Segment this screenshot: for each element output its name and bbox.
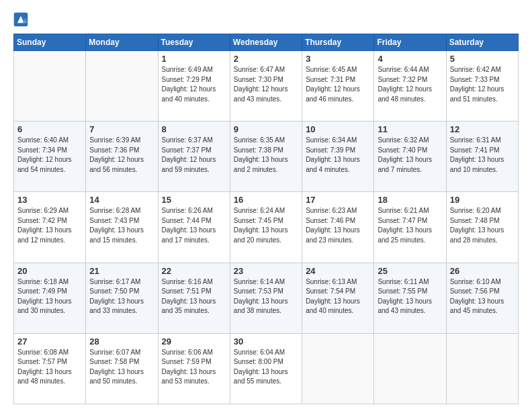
day-number: 3 [306, 54, 370, 64]
day-info: Sunrise: 6:13 AMSunset: 7:54 PMDaylight:… [306, 277, 370, 316]
calendar-table: SundayMondayTuesdayWednesdayThursdayFrid… [13, 34, 519, 404]
day-info: Sunrise: 6:24 AMSunset: 7:45 PMDaylight:… [234, 206, 298, 245]
day-number: 9 [234, 124, 298, 134]
calendar-cell: 3Sunrise: 6:45 AMSunset: 7:31 PMDaylight… [302, 51, 374, 122]
day-info: Sunrise: 6:40 AMSunset: 7:34 PMDaylight:… [17, 136, 82, 175]
calendar-cell: 1Sunrise: 6:49 AMSunset: 7:29 PMDaylight… [158, 51, 230, 122]
day-info: Sunrise: 6:07 AMSunset: 7:58 PMDaylight:… [89, 348, 154, 387]
day-number: 28 [89, 336, 154, 347]
calendar-cell: 19Sunrise: 6:20 AMSunset: 7:48 PMDayligh… [446, 192, 518, 263]
day-number: 14 [89, 195, 154, 205]
calendar-cell: 29Sunrise: 6:06 AMSunset: 7:59 PMDayligh… [158, 333, 230, 404]
day-info: Sunrise: 6:49 AMSunset: 7:29 PMDaylight:… [162, 65, 226, 104]
logo [13, 12, 31, 27]
day-info: Sunrise: 6:44 AMSunset: 7:32 PMDaylight:… [378, 65, 442, 104]
day-number: 8 [162, 124, 226, 134]
day-number: 7 [89, 124, 154, 134]
day-number: 24 [306, 266, 370, 276]
page: SundayMondayTuesdayWednesdayThursdayFrid… [0, 0, 532, 411]
day-info: Sunrise: 6:21 AMSunset: 7:47 PMDaylight:… [378, 206, 442, 245]
calendar-cell: 7Sunrise: 6:39 AMSunset: 7:36 PMDaylight… [86, 122, 158, 192]
day-info: Sunrise: 6:42 AMSunset: 7:33 PMDaylight:… [450, 65, 515, 104]
calendar-cell: 23Sunrise: 6:14 AMSunset: 7:53 PMDayligh… [230, 263, 302, 333]
calendar-cell [14, 51, 86, 122]
calendar-cell [86, 51, 158, 122]
calendar-cell: 16Sunrise: 6:24 AMSunset: 7:45 PMDayligh… [230, 192, 302, 263]
calendar-cell: 28Sunrise: 6:07 AMSunset: 7:58 PMDayligh… [86, 333, 158, 404]
calendar-cell: 20Sunrise: 6:18 AMSunset: 7:49 PMDayligh… [14, 263, 86, 333]
calendar-cell: 11Sunrise: 6:32 AMSunset: 7:40 PMDayligh… [374, 122, 446, 192]
day-info: Sunrise: 6:16 AMSunset: 7:51 PMDaylight:… [162, 277, 226, 316]
day-info: Sunrise: 6:37 AMSunset: 7:37 PMDaylight:… [162, 136, 226, 175]
day-info: Sunrise: 6:08 AMSunset: 7:57 PMDaylight:… [17, 348, 82, 387]
calendar-cell: 9Sunrise: 6:35 AMSunset: 7:38 PMDaylight… [230, 122, 302, 192]
calendar-cell: 18Sunrise: 6:21 AMSunset: 7:47 PMDayligh… [374, 192, 446, 263]
calendar-cell: 17Sunrise: 6:23 AMSunset: 7:46 PMDayligh… [302, 192, 374, 263]
week-row-4: 20Sunrise: 6:18 AMSunset: 7:49 PMDayligh… [14, 263, 519, 333]
weekday-header-monday: Monday [86, 34, 158, 51]
day-number: 1 [162, 54, 226, 64]
logo-icon [13, 12, 28, 27]
calendar-cell: 22Sunrise: 6:16 AMSunset: 7:51 PMDayligh… [158, 263, 230, 333]
calendar-cell: 6Sunrise: 6:40 AMSunset: 7:34 PMDaylight… [14, 122, 86, 192]
day-info: Sunrise: 6:35 AMSunset: 7:38 PMDaylight:… [234, 136, 298, 175]
day-number: 19 [450, 195, 515, 205]
week-row-5: 27Sunrise: 6:08 AMSunset: 7:57 PMDayligh… [14, 333, 519, 404]
day-number: 6 [17, 124, 82, 134]
day-info: Sunrise: 6:45 AMSunset: 7:31 PMDaylight:… [306, 65, 370, 104]
day-number: 26 [450, 266, 515, 276]
calendar-cell [446, 333, 518, 404]
day-info: Sunrise: 6:06 AMSunset: 7:59 PMDaylight:… [162, 348, 226, 387]
calendar-cell: 12Sunrise: 6:31 AMSunset: 7:41 PMDayligh… [446, 122, 518, 192]
day-info: Sunrise: 6:29 AMSunset: 7:42 PMDaylight:… [17, 206, 82, 245]
calendar-cell: 10Sunrise: 6:34 AMSunset: 7:39 PMDayligh… [302, 122, 374, 192]
day-info: Sunrise: 6:14 AMSunset: 7:53 PMDaylight:… [234, 277, 298, 316]
week-row-1: 1Sunrise: 6:49 AMSunset: 7:29 PMDaylight… [14, 51, 519, 122]
day-info: Sunrise: 6:26 AMSunset: 7:44 PMDaylight:… [162, 206, 226, 245]
calendar-cell: 21Sunrise: 6:17 AMSunset: 7:50 PMDayligh… [86, 263, 158, 333]
day-number: 15 [162, 195, 226, 205]
day-number: 16 [234, 195, 298, 205]
weekday-header-row: SundayMondayTuesdayWednesdayThursdayFrid… [14, 34, 519, 51]
day-info: Sunrise: 6:31 AMSunset: 7:41 PMDaylight:… [450, 136, 515, 175]
day-number: 11 [378, 124, 442, 134]
calendar-cell: 14Sunrise: 6:28 AMSunset: 7:43 PMDayligh… [86, 192, 158, 263]
calendar-cell [302, 333, 374, 404]
day-number: 18 [378, 195, 442, 205]
weekday-header-thursday: Thursday [302, 34, 374, 51]
day-number: 10 [306, 124, 370, 134]
calendar-cell: 26Sunrise: 6:10 AMSunset: 7:56 PMDayligh… [446, 263, 518, 333]
weekday-header-tuesday: Tuesday [158, 34, 230, 51]
calendar-cell: 4Sunrise: 6:44 AMSunset: 7:32 PMDaylight… [374, 51, 446, 122]
calendar-cell: 30Sunrise: 6:04 AMSunset: 8:00 PMDayligh… [230, 333, 302, 404]
day-number: 4 [378, 54, 442, 64]
day-number: 20 [17, 266, 82, 276]
day-number: 23 [234, 266, 298, 276]
header [13, 12, 519, 27]
day-number: 27 [17, 336, 82, 347]
day-info: Sunrise: 6:11 AMSunset: 7:55 PMDaylight:… [378, 277, 442, 316]
day-info: Sunrise: 6:28 AMSunset: 7:43 PMDaylight:… [89, 206, 154, 245]
calendar-cell: 15Sunrise: 6:26 AMSunset: 7:44 PMDayligh… [158, 192, 230, 263]
day-number: 29 [162, 336, 226, 347]
day-number: 13 [17, 195, 82, 205]
day-number: 22 [162, 266, 226, 276]
weekday-header-friday: Friday [374, 34, 446, 51]
day-number: 2 [234, 54, 298, 64]
day-number: 25 [378, 266, 442, 276]
weekday-header-saturday: Saturday [446, 34, 518, 51]
calendar-cell: 5Sunrise: 6:42 AMSunset: 7:33 PMDaylight… [446, 51, 518, 122]
day-info: Sunrise: 6:34 AMSunset: 7:39 PMDaylight:… [306, 136, 370, 175]
week-row-2: 6Sunrise: 6:40 AMSunset: 7:34 PMDaylight… [14, 122, 519, 192]
day-info: Sunrise: 6:39 AMSunset: 7:36 PMDaylight:… [89, 136, 154, 175]
day-info: Sunrise: 6:32 AMSunset: 7:40 PMDaylight:… [378, 136, 442, 175]
calendar-cell: 24Sunrise: 6:13 AMSunset: 7:54 PMDayligh… [302, 263, 374, 333]
day-number: 17 [306, 195, 370, 205]
week-row-3: 13Sunrise: 6:29 AMSunset: 7:42 PMDayligh… [14, 192, 519, 263]
day-info: Sunrise: 6:23 AMSunset: 7:46 PMDaylight:… [306, 206, 370, 245]
calendar-cell: 25Sunrise: 6:11 AMSunset: 7:55 PMDayligh… [374, 263, 446, 333]
day-info: Sunrise: 6:18 AMSunset: 7:49 PMDaylight:… [17, 277, 82, 316]
day-number: 12 [450, 124, 515, 134]
calendar-cell: 2Sunrise: 6:47 AMSunset: 7:30 PMDaylight… [230, 51, 302, 122]
weekday-header-wednesday: Wednesday [230, 34, 302, 51]
